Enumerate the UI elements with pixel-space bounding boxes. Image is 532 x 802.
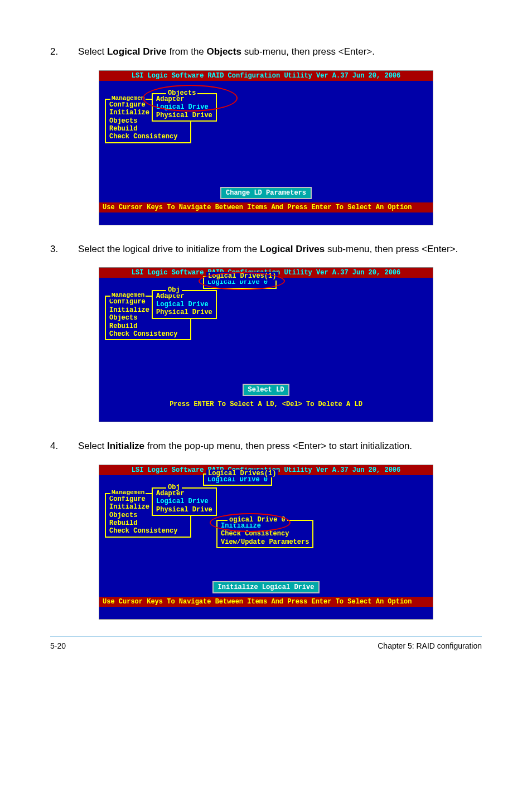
obj-item[interactable]: Adapter	[156, 292, 212, 300]
step-text: Select Logical Drive from the Objects su…	[78, 45, 375, 59]
mgmt-item[interactable]: Check Consistency	[109, 527, 187, 535]
objects-submenu: Objects Adapter Logical Drive Physical D…	[152, 93, 217, 122]
step-2: 2. Select Logical Drive from the Objects…	[50, 45, 482, 59]
obj-item-selected[interactable]: Logical Drive	[156, 103, 212, 111]
obj-item-selected[interactable]: Logical Drive	[156, 497, 212, 505]
mgmt-item[interactable]: Rebuild	[109, 125, 187, 133]
status-bar: Change LD Parameters	[220, 187, 312, 199]
objects-title-short: Obj	[166, 286, 182, 294]
mgmt-item[interactable]: Rebuild	[109, 519, 187, 527]
ld-title: Logical Drives(1)	[206, 470, 278, 477]
objects-submenu: Obj Adapter Logical Drive Physical Drive	[152, 487, 217, 516]
help-bar: Use Cursor Keys To Navigate Between Item…	[99, 202, 433, 212]
obj-item[interactable]: Physical Drive	[156, 308, 212, 316]
status-bar: Initialize Logical Drive	[212, 581, 320, 593]
obj-item[interactable]: Physical Drive	[156, 112, 212, 119]
mgmt-item[interactable]: Check Consistency	[109, 133, 187, 141]
chapter-label: Chapter 5: RAID configuration	[378, 641, 482, 650]
obj-item[interactable]: Adapter	[156, 490, 212, 497]
help-bar: Press ENTER To Select A LD, <Del> To Del…	[99, 399, 433, 409]
action-item[interactable]: View/Update Parameters	[221, 538, 309, 546]
page-footer: 5-20 Chapter 5: RAID configuration	[50, 636, 482, 650]
help-bar: Use Cursor Keys To Navigate Between Item…	[99, 597, 433, 607]
objects-title: Objects	[166, 89, 197, 97]
obj-item[interactable]: Physical Drive	[156, 506, 212, 514]
status-bar: Select LD	[243, 384, 290, 396]
logical-drives-submenu: Logical Drives(1) Logical Drive 0	[203, 474, 272, 486]
mgmt-item[interactable]: Rebuild	[109, 322, 187, 330]
step-number: 4.	[50, 439, 78, 453]
obj-item-selected[interactable]: Logical Drive	[156, 301, 212, 308]
mgmt-title: Managemen	[110, 292, 146, 299]
step-text: Select Initialize from the pop-up menu, …	[78, 439, 412, 453]
bios-screenshot-3: LSI Logic Software RAID Configuration Ut…	[99, 465, 433, 620]
page-number: 5-20	[50, 641, 66, 650]
mgmt-title: Managemen	[110, 95, 146, 102]
step-4: 4. Select Initialize from the pop-up men…	[50, 439, 482, 453]
step-number: 2.	[50, 45, 78, 59]
action-title: ogical Drive 0	[228, 516, 287, 524]
bios-title: LSI Logic Software RAID Configuration Ut…	[99, 71, 433, 81]
bios-screenshot-1: LSI Logic Software RAID Configuration Ut…	[99, 70, 433, 225]
bios-screenshot-2: LSI Logic Software RAID Configuration Ut…	[99, 267, 433, 422]
step-text: Select the logical drive to initialize f…	[78, 242, 458, 257]
objects-submenu: Obj Adapter Logical Drive Physical Drive	[152, 290, 217, 318]
mgmt-title: Managemen	[110, 489, 146, 496]
mgmt-item[interactable]: Check Consistency	[109, 330, 187, 338]
ld-title: Logical Drives(1)	[206, 272, 278, 280]
step-number: 3.	[50, 242, 78, 257]
action-item[interactable]: Check Consistency	[221, 530, 309, 538]
logical-drives-submenu: Logical Drives(1) Logical Drive 0	[203, 276, 277, 288]
step-3: 3. Select the logical drive to initializ…	[50, 242, 482, 257]
objects-title-short: Obj	[166, 484, 182, 491]
drive-action-menu: ogical Drive 0 Initialize Check Consiste…	[216, 520, 313, 548]
